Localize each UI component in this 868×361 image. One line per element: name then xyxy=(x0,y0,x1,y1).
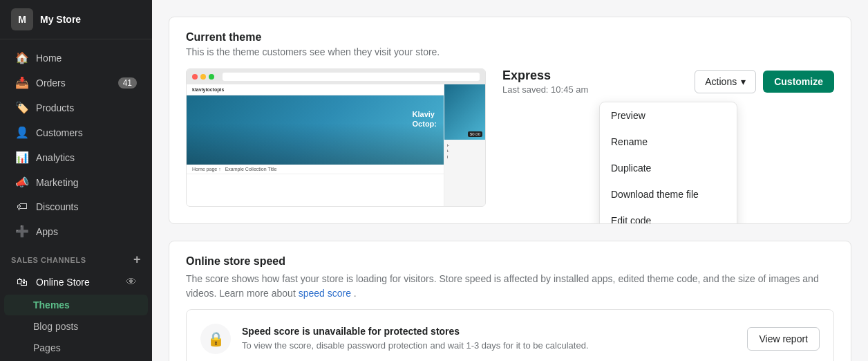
speed-score-desc: To view the score, disable password prot… xyxy=(242,340,736,352)
store-header[interactable]: M My Store xyxy=(0,0,152,39)
mockup-tabs: Home page ↑ Example Collection Title xyxy=(187,165,444,174)
theme-section-header: Current theme This is the theme customer… xyxy=(169,17,851,57)
mockup-hero: KlaviyOctop: xyxy=(187,95,444,165)
sales-channels-section: SALES CHANNELS + xyxy=(0,244,152,270)
theme-name: Express xyxy=(502,68,588,83)
theme-right-wrapper: Express Last saved: 10:45 am Actions ▾ C… xyxy=(502,68,834,95)
dropdown-item-edit-code[interactable]: Edit code xyxy=(600,207,737,224)
actions-button-label: Actions xyxy=(705,76,737,87)
mockup-main: klaviyioctopis KlaviyOctop: Home page ↑ … xyxy=(187,84,444,206)
sidebar-item-label: Online Store xyxy=(36,277,90,288)
sidebar-subitem-label: Pages xyxy=(33,342,61,353)
theme-preview-area: klaviyioctopis KlaviyOctop: Home page ↑ … xyxy=(186,68,486,207)
main-content: Current theme This is the theme customer… xyxy=(152,0,868,361)
sidebar-item-products[interactable]: 🏷️ Products xyxy=(4,95,148,120)
customers-icon: 👤 xyxy=(15,126,29,139)
dropdown-item-label: Edit code xyxy=(611,215,651,224)
dropdown-item-preview[interactable]: Preview xyxy=(600,102,737,129)
speed-desc-text-2: . xyxy=(351,288,357,299)
current-theme-desc: This is the theme customers see when the… xyxy=(186,46,834,57)
sidebar: M My Store 🏠 Home 📥 Orders 41 🏷️ Product… xyxy=(0,0,152,361)
apps-icon: ➕ xyxy=(15,225,29,238)
customize-button[interactable]: Customize xyxy=(763,71,834,93)
mockup-content: klaviyioctopis KlaviyOctop: Home page ↑ … xyxy=(187,84,485,206)
products-icon: 🏷️ xyxy=(15,101,29,114)
speed-section-header: Online store speed The score shows how f… xyxy=(169,241,851,309)
orders-badge: 41 xyxy=(118,77,137,89)
theme-body: klaviyioctopis KlaviyOctop: Home page ↑ … xyxy=(169,68,851,223)
mockup-browser-bar xyxy=(187,69,485,84)
sidebar-item-marketing[interactable]: 📣 Marketing xyxy=(4,170,148,194)
actions-dropdown-menu: Preview Rename Duplicate Download theme … xyxy=(599,102,737,224)
dropdown-item-duplicate[interactable]: Duplicate xyxy=(600,155,737,181)
view-report-label: View report xyxy=(759,333,808,344)
theme-mockup: klaviyioctopis KlaviyOctop: Home page ↑ … xyxy=(186,68,486,207)
speed-desc-text-1: The score shows how fast your store is l… xyxy=(186,273,819,299)
dropdown-item-download[interactable]: Download theme file xyxy=(600,181,737,207)
theme-actions: Actions ▾ Customize xyxy=(695,70,834,93)
current-theme-section: Current theme This is the theme customer… xyxy=(169,17,851,224)
analytics-icon: 📊 xyxy=(15,151,29,164)
add-sales-channel-button[interactable]: + xyxy=(133,252,141,267)
speed-score-title: Speed score is unavailable for protected… xyxy=(242,326,736,337)
sidebar-item-analytics[interactable]: 📊 Analytics xyxy=(4,145,148,169)
customize-button-label: Customize xyxy=(774,76,823,87)
sidebar-subitem-label: Themes xyxy=(33,299,70,311)
sidebar-item-online-store[interactable]: 🛍 Online Store 👁 xyxy=(4,270,148,294)
actions-button[interactable]: Actions ▾ xyxy=(695,70,756,93)
sidebar-item-label: Products xyxy=(36,102,74,113)
dropdown-item-label: Duplicate xyxy=(611,163,651,174)
speed-section: Online store speed The score shows how f… xyxy=(169,241,851,361)
sales-channels-label: SALES CHANNELS xyxy=(11,256,86,264)
current-theme-title: Current theme xyxy=(186,31,834,44)
sidebar-item-label: Analytics xyxy=(36,152,75,163)
dropdown-item-rename[interactable]: Rename xyxy=(600,129,737,155)
dropdown-item-label: Preview xyxy=(611,110,645,121)
mockup-tab-home: Home page ↑ xyxy=(192,167,221,172)
dot-red xyxy=(192,74,198,80)
speed-section-desc: The score shows how fast your store is l… xyxy=(186,272,834,301)
theme-last-saved: Last saved: 10:45 am xyxy=(502,84,588,95)
theme-name-group: Express Last saved: 10:45 am xyxy=(502,68,588,95)
online-store-icon: 🛍 xyxy=(15,276,29,288)
lock-icon: 🔒 xyxy=(207,331,225,347)
chevron-down-icon: ▾ xyxy=(741,76,746,87)
sidebar-subitem-pages[interactable]: Pages xyxy=(4,337,148,358)
view-report-button[interactable]: View report xyxy=(747,327,820,351)
speed-score-card: 🔒 Speed score is unavailable for protect… xyxy=(186,309,834,361)
lock-icon-wrap: 🔒 xyxy=(200,324,231,354)
mockup-nav-bar: klaviyioctopis xyxy=(187,84,444,95)
sidebar-subitem-label: Blog posts xyxy=(33,321,78,332)
dot-yellow xyxy=(200,74,206,80)
sidebar-item-orders[interactable]: 📥 Orders 41 xyxy=(4,71,148,95)
sidebar-subitem-themes[interactable]: Themes xyxy=(4,295,148,315)
mockup-ocean-overlay xyxy=(187,123,444,165)
sidebar-item-discounts[interactable]: 🏷 Discounts xyxy=(4,195,148,219)
speed-score-text: Speed score is unavailable for protected… xyxy=(242,326,736,352)
mockup-url-bar xyxy=(223,73,480,81)
speed-section-title: Online store speed xyxy=(186,255,834,268)
sidebar-item-customers[interactable]: 👤 Customers xyxy=(4,120,148,145)
mockup-price-badge: $0.00 xyxy=(468,131,482,137)
main-nav: 🏠 Home 📥 Orders 41 🏷️ Products 👤 Custome… xyxy=(0,39,152,361)
marketing-icon: 📣 xyxy=(15,176,29,189)
sidebar-item-label: Home xyxy=(36,53,62,64)
sidebar-item-label: Orders xyxy=(36,77,66,89)
speed-link-label: speed score xyxy=(299,288,351,299)
eye-icon: 👁 xyxy=(126,276,137,288)
sidebar-item-label: Marketing xyxy=(36,177,78,188)
store-avatar: M xyxy=(11,8,33,30)
dropdown-item-label: Rename xyxy=(611,136,648,147)
sidebar-item-label: Customers xyxy=(36,127,83,138)
sidebar-item-home[interactable]: 🏠 Home xyxy=(4,46,148,70)
speed-score-link[interactable]: speed score xyxy=(299,288,351,299)
theme-name-row: Express Last saved: 10:45 am Actions ▾ C… xyxy=(502,68,834,95)
store-name: My Store xyxy=(40,14,81,25)
mockup-tab-collection: Example Collection Title xyxy=(225,167,277,172)
sidebar-item-apps[interactable]: ➕ Apps xyxy=(4,219,148,243)
sidebar-item-label: Apps xyxy=(36,226,58,237)
mockup-logo: klaviyioctopis xyxy=(192,87,224,92)
orders-icon: 📥 xyxy=(15,76,29,89)
sidebar-subitem-blog-posts[interactable]: Blog posts xyxy=(4,316,148,337)
discounts-icon: 🏷 xyxy=(15,201,29,213)
